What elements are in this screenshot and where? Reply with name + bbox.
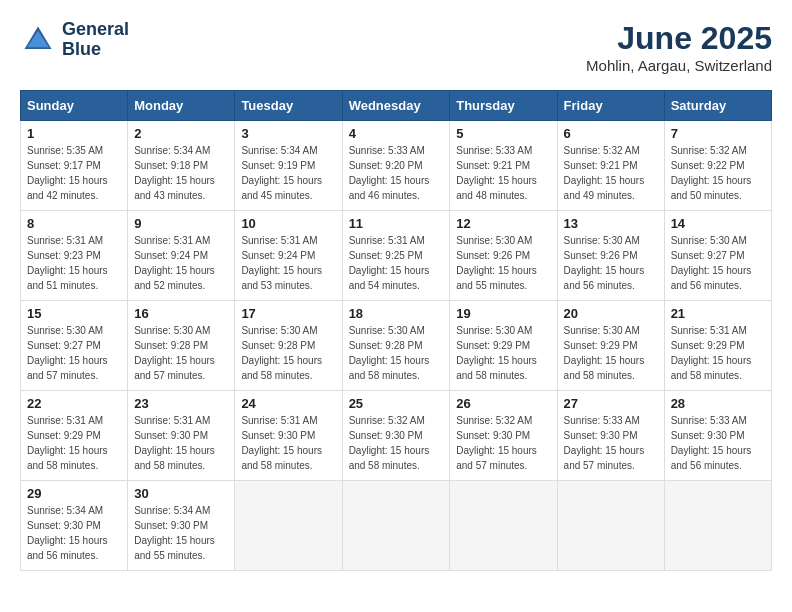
day-number: 1 <box>27 126 121 141</box>
day-cell: 16Sunrise: 5:30 AMSunset: 9:28 PMDayligh… <box>128 301 235 391</box>
day-number: 12 <box>456 216 550 231</box>
day-info: Sunrise: 5:34 AMSunset: 9:30 PMDaylight:… <box>134 503 228 563</box>
day-number: 22 <box>27 396 121 411</box>
day-number: 15 <box>27 306 121 321</box>
day-number: 28 <box>671 396 765 411</box>
day-info: Sunrise: 5:32 AMSunset: 9:22 PMDaylight:… <box>671 143 765 203</box>
day-cell <box>557 481 664 571</box>
day-info: Sunrise: 5:32 AMSunset: 9:30 PMDaylight:… <box>456 413 550 473</box>
day-number: 2 <box>134 126 228 141</box>
day-cell: 9Sunrise: 5:31 AMSunset: 9:24 PMDaylight… <box>128 211 235 301</box>
day-cell: 20Sunrise: 5:30 AMSunset: 9:29 PMDayligh… <box>557 301 664 391</box>
day-number: 11 <box>349 216 444 231</box>
day-number: 29 <box>27 486 121 501</box>
week-row-2: 8Sunrise: 5:31 AMSunset: 9:23 PMDaylight… <box>21 211 772 301</box>
page-header: General Blue June 2025 Mohlin, Aargau, S… <box>20 20 772 74</box>
day-info: Sunrise: 5:34 AMSunset: 9:19 PMDaylight:… <box>241 143 335 203</box>
day-number: 9 <box>134 216 228 231</box>
day-cell: 19Sunrise: 5:30 AMSunset: 9:29 PMDayligh… <box>450 301 557 391</box>
weekday-header-thursday: Thursday <box>450 91 557 121</box>
day-info: Sunrise: 5:30 AMSunset: 9:29 PMDaylight:… <box>564 323 658 383</box>
day-cell: 25Sunrise: 5:32 AMSunset: 9:30 PMDayligh… <box>342 391 450 481</box>
day-info: Sunrise: 5:33 AMSunset: 9:30 PMDaylight:… <box>564 413 658 473</box>
day-info: Sunrise: 5:33 AMSunset: 9:20 PMDaylight:… <box>349 143 444 203</box>
day-info: Sunrise: 5:30 AMSunset: 9:26 PMDaylight:… <box>564 233 658 293</box>
calendar-table: SundayMondayTuesdayWednesdayThursdayFrid… <box>20 90 772 571</box>
day-cell <box>664 481 771 571</box>
day-cell: 11Sunrise: 5:31 AMSunset: 9:25 PMDayligh… <box>342 211 450 301</box>
week-row-5: 29Sunrise: 5:34 AMSunset: 9:30 PMDayligh… <box>21 481 772 571</box>
day-info: Sunrise: 5:30 AMSunset: 9:26 PMDaylight:… <box>456 233 550 293</box>
day-number: 18 <box>349 306 444 321</box>
day-number: 14 <box>671 216 765 231</box>
day-info: Sunrise: 5:30 AMSunset: 9:27 PMDaylight:… <box>671 233 765 293</box>
day-info: Sunrise: 5:34 AMSunset: 9:30 PMDaylight:… <box>27 503 121 563</box>
weekday-header-wednesday: Wednesday <box>342 91 450 121</box>
day-cell: 15Sunrise: 5:30 AMSunset: 9:27 PMDayligh… <box>21 301 128 391</box>
day-cell: 13Sunrise: 5:30 AMSunset: 9:26 PMDayligh… <box>557 211 664 301</box>
day-cell: 18Sunrise: 5:30 AMSunset: 9:28 PMDayligh… <box>342 301 450 391</box>
day-cell: 3Sunrise: 5:34 AMSunset: 9:19 PMDaylight… <box>235 121 342 211</box>
day-cell: 17Sunrise: 5:30 AMSunset: 9:28 PMDayligh… <box>235 301 342 391</box>
day-number: 30 <box>134 486 228 501</box>
day-cell: 1Sunrise: 5:35 AMSunset: 9:17 PMDaylight… <box>21 121 128 211</box>
title-area: June 2025 Mohlin, Aargau, Switzerland <box>586 20 772 74</box>
day-info: Sunrise: 5:31 AMSunset: 9:29 PMDaylight:… <box>27 413 121 473</box>
day-cell: 24Sunrise: 5:31 AMSunset: 9:30 PMDayligh… <box>235 391 342 481</box>
day-number: 20 <box>564 306 658 321</box>
day-cell: 14Sunrise: 5:30 AMSunset: 9:27 PMDayligh… <box>664 211 771 301</box>
day-info: Sunrise: 5:31 AMSunset: 9:24 PMDaylight:… <box>134 233 228 293</box>
weekday-header-saturday: Saturday <box>664 91 771 121</box>
day-cell: 28Sunrise: 5:33 AMSunset: 9:30 PMDayligh… <box>664 391 771 481</box>
logo: General Blue <box>20 20 129 60</box>
day-number: 26 <box>456 396 550 411</box>
day-info: Sunrise: 5:30 AMSunset: 9:29 PMDaylight:… <box>456 323 550 383</box>
day-cell <box>450 481 557 571</box>
day-info: Sunrise: 5:30 AMSunset: 9:27 PMDaylight:… <box>27 323 121 383</box>
weekday-header-tuesday: Tuesday <box>235 91 342 121</box>
day-cell: 4Sunrise: 5:33 AMSunset: 9:20 PMDaylight… <box>342 121 450 211</box>
day-number: 24 <box>241 396 335 411</box>
day-info: Sunrise: 5:31 AMSunset: 9:25 PMDaylight:… <box>349 233 444 293</box>
week-row-1: 1Sunrise: 5:35 AMSunset: 9:17 PMDaylight… <box>21 121 772 211</box>
day-info: Sunrise: 5:35 AMSunset: 9:17 PMDaylight:… <box>27 143 121 203</box>
day-info: Sunrise: 5:31 AMSunset: 9:24 PMDaylight:… <box>241 233 335 293</box>
day-cell: 10Sunrise: 5:31 AMSunset: 9:24 PMDayligh… <box>235 211 342 301</box>
weekday-header-friday: Friday <box>557 91 664 121</box>
day-cell: 30Sunrise: 5:34 AMSunset: 9:30 PMDayligh… <box>128 481 235 571</box>
week-row-4: 22Sunrise: 5:31 AMSunset: 9:29 PMDayligh… <box>21 391 772 481</box>
weekday-header-sunday: Sunday <box>21 91 128 121</box>
weekday-header-row: SundayMondayTuesdayWednesdayThursdayFrid… <box>21 91 772 121</box>
day-info: Sunrise: 5:30 AMSunset: 9:28 PMDaylight:… <box>349 323 444 383</box>
logo-text: General Blue <box>62 20 129 60</box>
day-info: Sunrise: 5:30 AMSunset: 9:28 PMDaylight:… <box>241 323 335 383</box>
day-number: 6 <box>564 126 658 141</box>
day-number: 3 <box>241 126 335 141</box>
day-info: Sunrise: 5:31 AMSunset: 9:30 PMDaylight:… <box>134 413 228 473</box>
day-cell: 22Sunrise: 5:31 AMSunset: 9:29 PMDayligh… <box>21 391 128 481</box>
day-cell: 29Sunrise: 5:34 AMSunset: 9:30 PMDayligh… <box>21 481 128 571</box>
day-cell: 8Sunrise: 5:31 AMSunset: 9:23 PMDaylight… <box>21 211 128 301</box>
day-number: 19 <box>456 306 550 321</box>
day-number: 21 <box>671 306 765 321</box>
day-number: 17 <box>241 306 335 321</box>
day-cell <box>342 481 450 571</box>
day-info: Sunrise: 5:30 AMSunset: 9:28 PMDaylight:… <box>134 323 228 383</box>
week-row-3: 15Sunrise: 5:30 AMSunset: 9:27 PMDayligh… <box>21 301 772 391</box>
day-info: Sunrise: 5:31 AMSunset: 9:29 PMDaylight:… <box>671 323 765 383</box>
day-info: Sunrise: 5:31 AMSunset: 9:23 PMDaylight:… <box>27 233 121 293</box>
day-cell <box>235 481 342 571</box>
day-number: 25 <box>349 396 444 411</box>
day-number: 4 <box>349 126 444 141</box>
day-cell: 27Sunrise: 5:33 AMSunset: 9:30 PMDayligh… <box>557 391 664 481</box>
day-cell: 5Sunrise: 5:33 AMSunset: 9:21 PMDaylight… <box>450 121 557 211</box>
day-cell: 23Sunrise: 5:31 AMSunset: 9:30 PMDayligh… <box>128 391 235 481</box>
day-cell: 21Sunrise: 5:31 AMSunset: 9:29 PMDayligh… <box>664 301 771 391</box>
day-number: 8 <box>27 216 121 231</box>
day-number: 16 <box>134 306 228 321</box>
day-number: 27 <box>564 396 658 411</box>
day-info: Sunrise: 5:32 AMSunset: 9:21 PMDaylight:… <box>564 143 658 203</box>
day-info: Sunrise: 5:32 AMSunset: 9:30 PMDaylight:… <box>349 413 444 473</box>
day-cell: 26Sunrise: 5:32 AMSunset: 9:30 PMDayligh… <box>450 391 557 481</box>
day-number: 7 <box>671 126 765 141</box>
